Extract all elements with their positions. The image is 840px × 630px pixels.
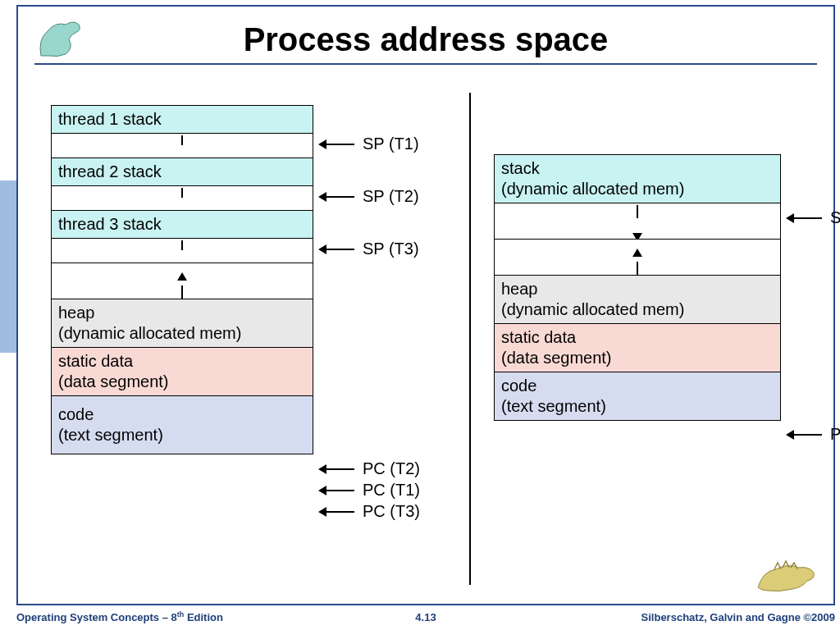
ptr-pc-label: PC xyxy=(830,425,840,444)
seg-static-right-l1: static data xyxy=(501,328,576,346)
footer-page: 4.13 xyxy=(415,611,436,623)
seg-code-left-l1: code xyxy=(58,405,94,423)
footer-left-1: Operating System Concepts – 8 xyxy=(16,611,177,623)
seg-static-left-l1: static data xyxy=(58,352,133,370)
ptr-sp-t3-label: SP (T3) xyxy=(363,240,419,258)
ptr-pc-t1-label: PC (T1) xyxy=(363,481,420,500)
seg-thread3-stack: thread 3 stack xyxy=(51,211,313,239)
seg-code-right-l1: code xyxy=(501,377,536,395)
seg-heap-right: heap (dynamic allocated mem) xyxy=(494,276,781,324)
seg-heap-right-l2: (dynamic allocated mem) xyxy=(501,300,684,318)
ptr-sp-t1-label: SP (T1) xyxy=(363,135,419,153)
seg-stack-grow-right xyxy=(494,203,781,240)
title-rule xyxy=(34,63,817,65)
ptr-sp: SP xyxy=(786,208,840,227)
seg-static-right-l2: (data segment) xyxy=(501,349,612,367)
seg-code-left: code (text segment) xyxy=(51,396,313,454)
dino-top-icon xyxy=(33,15,89,59)
seg-heap-left: heap (dynamic allocated mem) xyxy=(51,299,313,348)
ptr-sp-t3: SP (T3) xyxy=(318,240,419,258)
seg-heap-grow-right xyxy=(494,240,781,276)
seg-static-right: static data (data segment) xyxy=(494,324,781,372)
ptr-sp-t2: SP (T2) xyxy=(318,187,419,206)
ptr-sp-t1: SP (T1) xyxy=(318,135,419,153)
seg-stack-right-l1: stack xyxy=(501,159,540,177)
seg-code-left-l2: (text segment) xyxy=(58,426,163,444)
seg-static-left-l2: (data segment) xyxy=(58,372,169,390)
ptr-pc-t2: PC (T2) xyxy=(318,459,420,478)
seg-thread3-grow xyxy=(51,239,313,263)
column-separator xyxy=(469,93,471,585)
seg-heap-left-l2: (dynamic allocated mem) xyxy=(58,324,241,342)
footer-left-2: Edition xyxy=(184,611,223,623)
slide-title: Process address space xyxy=(18,7,833,63)
content-area: thread 1 stack thread 2 stack thread 3 s… xyxy=(51,105,809,587)
seg-heap-right-l1: heap xyxy=(501,280,538,298)
footer: Operating System Concepts – 8th Edition … xyxy=(16,607,835,627)
singlethread-diagram: stack (dynamic allocated mem) heap (dyna… xyxy=(494,154,840,421)
footer-left-sup: th xyxy=(177,610,185,619)
seg-code-right: code (text segment) xyxy=(494,372,781,421)
slide-frame: Process address space thread 1 stack thr… xyxy=(16,5,835,605)
seg-stack-right: stack (dynamic allocated mem) xyxy=(494,154,781,203)
ptr-pc-t3-label: PC (T3) xyxy=(363,502,420,521)
seg-static-left: static data (data segment) xyxy=(51,348,313,396)
ptr-pc-t1: PC (T1) xyxy=(318,481,420,500)
seg-stack-right-l2: (dynamic allocated mem) xyxy=(501,180,684,198)
footer-right: Silberschatz, Galvin and Gagne ©2009 xyxy=(641,611,835,623)
multithread-diagram: thread 1 stack thread 2 stack thread 3 s… xyxy=(51,105,436,454)
ptr-pc: PC xyxy=(786,425,840,444)
ptr-pc-t3: PC (T3) xyxy=(318,502,420,521)
ptr-sp-label: SP xyxy=(830,208,840,227)
right-stack: stack (dynamic allocated mem) heap (dyna… xyxy=(494,154,781,421)
seg-thread2-grow xyxy=(51,186,313,211)
left-stack: thread 1 stack thread 2 stack thread 3 s… xyxy=(51,105,313,454)
seg-code-right-l2: (text segment) xyxy=(501,397,606,415)
seg-heap-grow-left xyxy=(51,263,313,299)
seg-thread1-stack: thread 1 stack xyxy=(51,105,313,134)
seg-thread2-stack: thread 2 stack xyxy=(51,158,313,186)
footer-left: Operating System Concepts – 8th Edition xyxy=(16,610,223,623)
ptr-pc-t2-label: PC (T2) xyxy=(363,459,420,478)
seg-thread1-grow xyxy=(51,134,313,158)
seg-heap-left-l1: heap xyxy=(58,304,95,322)
ptr-sp-t2-label: SP (T2) xyxy=(363,187,419,206)
